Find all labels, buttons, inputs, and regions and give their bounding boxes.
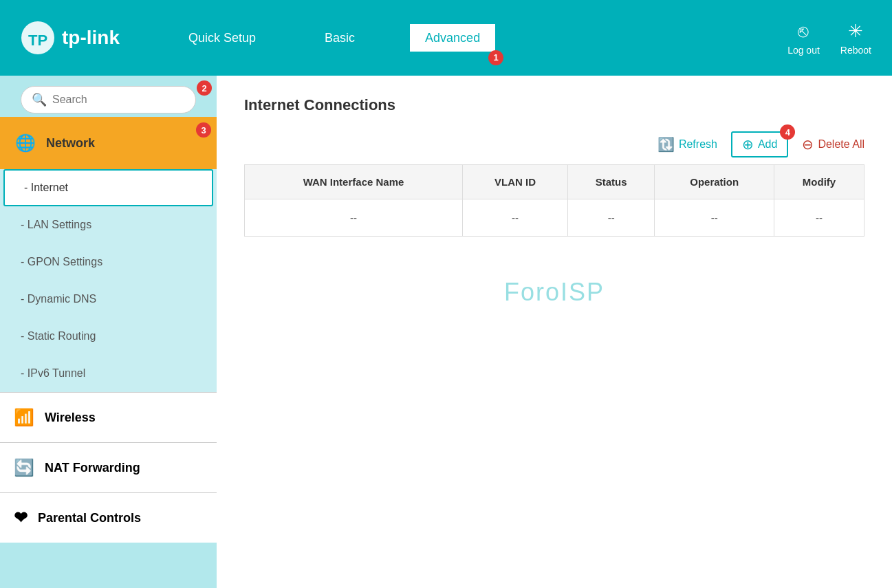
network-icon: 🌐 xyxy=(15,133,36,153)
col-operation: Operation xyxy=(655,165,774,199)
table-header: WAN Interface Name VLAN ID Status Operat… xyxy=(245,165,864,199)
sidebar-item-routing[interactable]: - Static Routing xyxy=(0,318,217,355)
refresh-label: Refresh xyxy=(679,138,717,151)
sidebar-item-dns[interactable]: - Dynamic DNS xyxy=(0,281,217,318)
nav-basic[interactable]: Basic xyxy=(311,25,369,51)
nat-label: NAT Forwarding xyxy=(45,461,140,475)
badge-search: 2 xyxy=(197,80,212,96)
logo-text: tp-link xyxy=(62,27,120,49)
connections-table: WAN Interface Name VLAN ID Status Operat… xyxy=(244,164,864,237)
badge-network: 3 xyxy=(196,122,211,138)
parental-icon: ❤ xyxy=(14,508,28,527)
refresh-button[interactable]: 🔃 Refresh xyxy=(657,136,717,153)
table-body: -- -- -- -- -- xyxy=(245,199,864,237)
header-right: ⎋ Log out ✳ Reboot xyxy=(787,21,871,56)
nav-links: Quick Setup Basic Advanced 1 xyxy=(175,25,787,51)
nav-advanced[interactable]: Advanced xyxy=(410,24,495,52)
cell-modify: -- xyxy=(774,199,864,237)
delete-all-button[interactable]: ⊖ Delete All xyxy=(802,136,864,153)
table-row: -- -- -- -- -- xyxy=(245,199,864,237)
dns-label: - Dynamic DNS xyxy=(21,293,96,305)
logo-icon: TP xyxy=(21,21,55,55)
add-label: Add xyxy=(758,138,777,151)
refresh-icon: 🔃 xyxy=(657,136,675,153)
reboot-icon: ✳ xyxy=(848,21,863,42)
network-nav-wrapper: 🌐 Network 3 xyxy=(0,117,217,169)
watermark: ForoISP xyxy=(244,278,864,307)
sidebar-item-parental[interactable]: ❤ Parental Controls xyxy=(0,492,217,543)
wireless-label: Wireless xyxy=(45,411,96,425)
search-icon: 🔍 xyxy=(32,92,47,107)
internet-label: - Internet xyxy=(24,182,68,193)
parental-label: Parental Controls xyxy=(38,511,141,525)
sidebar: 🔍 2 🌐 Network 3 - Internet - LAN Setting… xyxy=(0,76,217,588)
sidebar-item-gpon[interactable]: - GPON Settings xyxy=(0,243,217,281)
logout-button[interactable]: ⎋ Log out xyxy=(787,21,820,56)
sidebar-item-ipv6[interactable]: - IPv6 Tunnel xyxy=(0,355,217,392)
main-content: Internet Connections 🔃 Refresh ⊕ Add 4 ⊖… xyxy=(217,76,892,588)
col-vlan: VLAN ID xyxy=(462,165,567,199)
add-button[interactable]: ⊕ Add xyxy=(731,131,788,157)
cell-status: -- xyxy=(568,199,655,237)
page-title: Internet Connections xyxy=(244,96,864,114)
col-status: Status xyxy=(568,165,655,199)
watermark-text: ForoISP xyxy=(504,278,605,306)
sidebar-item-lan[interactable]: - LAN Settings xyxy=(0,206,217,243)
delete-all-label: Delete All xyxy=(818,138,864,151)
col-wan: WAN Interface Name xyxy=(245,165,463,199)
search-input[interactable] xyxy=(52,94,190,106)
add-icon: ⊕ xyxy=(742,136,754,153)
lan-label: - LAN Settings xyxy=(21,219,91,230)
sidebar-item-wireless[interactable]: 📶 Wireless xyxy=(0,392,217,442)
reboot-label: Reboot xyxy=(840,45,871,56)
nav-advanced-wrapper: Advanced 1 xyxy=(410,31,495,45)
add-wrapper: ⊕ Add 4 xyxy=(731,131,788,157)
search-box: 🔍 xyxy=(21,86,196,113)
badge-advanced: 1 xyxy=(488,50,503,65)
network-label: Network xyxy=(46,136,95,151)
layout: 🔍 2 🌐 Network 3 - Internet - LAN Setting… xyxy=(0,76,892,588)
badge-add: 4 xyxy=(780,124,795,140)
search-wrapper: 🔍 2 xyxy=(10,86,206,113)
sidebar-item-network[interactable]: 🌐 Network xyxy=(0,117,217,169)
nav-quick-setup[interactable]: Quick Setup xyxy=(175,25,270,51)
network-submenu: - Internet - LAN Settings - GPON Setting… xyxy=(0,169,217,392)
sidebar-item-internet[interactable]: - Internet xyxy=(3,169,213,206)
reboot-button[interactable]: ✳ Reboot xyxy=(840,21,871,56)
svg-text:TP: TP xyxy=(28,32,47,49)
ipv6-label: - IPv6 Tunnel xyxy=(21,367,85,379)
wireless-icon: 📶 xyxy=(14,408,34,427)
gpon-label: - GPON Settings xyxy=(21,256,102,268)
table-toolbar: 🔃 Refresh ⊕ Add 4 ⊖ Delete All xyxy=(244,131,864,157)
delete-icon: ⊖ xyxy=(802,136,814,153)
logout-label: Log out xyxy=(787,45,820,56)
cell-operation: -- xyxy=(655,199,774,237)
routing-label: - Static Routing xyxy=(21,330,96,342)
cell-wan: -- xyxy=(245,199,463,237)
header: TP tp-link Quick Setup Basic Advanced 1 … xyxy=(0,0,892,76)
sidebar-item-nat[interactable]: 🔄 NAT Forwarding xyxy=(0,442,217,492)
logo: TP tp-link xyxy=(21,21,120,55)
nat-icon: 🔄 xyxy=(14,458,34,477)
cell-vlan: -- xyxy=(462,199,567,237)
col-modify: Modify xyxy=(774,165,864,199)
logout-icon: ⎋ xyxy=(798,21,809,42)
